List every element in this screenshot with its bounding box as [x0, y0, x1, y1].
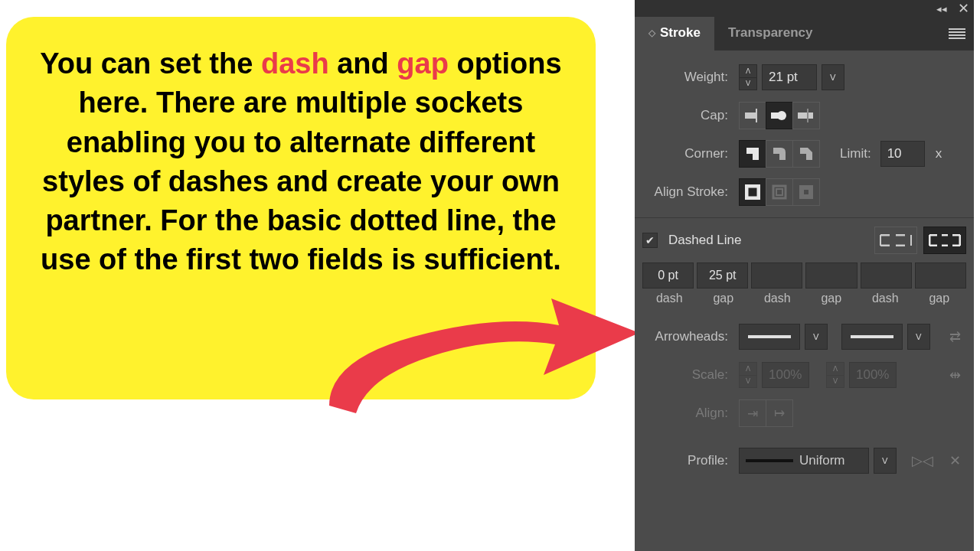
corner-round-icon [772, 146, 787, 161]
profile-dropdown[interactable]: ᐯ [874, 448, 897, 474]
flip-across-button[interactable]: ✕ [943, 452, 966, 469]
gap-input-2[interactable] [805, 262, 857, 289]
gap-sublabel: gap [805, 292, 859, 305]
cap-butt-icon [745, 109, 760, 122]
svg-point-3 [777, 111, 786, 120]
dash-sublabel: dash [858, 292, 913, 305]
dash-gap-sublabels: dash gap dash gap dash gap [642, 292, 966, 305]
link-scale-button: ⇹ [943, 367, 966, 383]
align-stroke-outside-button[interactable] [792, 178, 820, 206]
hamburger-icon [949, 28, 965, 39]
chevron-down-icon: ᐯ [830, 73, 836, 83]
align-extend-icon: ⇥ [747, 406, 758, 422]
align-stroke-label: Align Stroke: [642, 184, 734, 200]
align-stroke-center-icon [745, 184, 760, 200]
align-stroke-inside-icon [772, 184, 787, 200]
gap-sublabel: gap [913, 292, 967, 305]
gap-input-1[interactable]: 25 pt [697, 262, 748, 289]
align-stroke-inside-button[interactable] [766, 178, 793, 206]
dashed-line-checkbox[interactable]: ✔ [642, 233, 658, 248]
tab-stroke[interactable]: ◇ Stroke [635, 17, 714, 51]
svg-rect-0 [745, 112, 756, 119]
corner-label: Corner: [642, 146, 734, 161]
corner-miter-icon [745, 146, 760, 161]
tab-chevron-icon: ◇ [648, 31, 655, 35]
arrowhead-end-select[interactable] [841, 324, 903, 350]
callout-text: You can set the dash and gap options her… [31, 44, 571, 280]
align-stroke-center-button[interactable] [739, 178, 766, 206]
arrowheads-label: Arrowheads: [642, 329, 734, 344]
chevron-up-icon: ᐱ [740, 65, 756, 78]
collapse-icon[interactable]: ◂◂ [936, 3, 947, 15]
align-arrow-extend-button: ⇥ [739, 399, 766, 427]
corner-row: Corner: Limit: 10 x [642, 135, 966, 173]
close-icon[interactable]: ✕ [958, 0, 969, 17]
dash-align-corners-button[interactable] [923, 227, 966, 254]
chevron-down-icon: ᐯ [813, 332, 819, 342]
arrowhead-start-select[interactable] [739, 324, 800, 350]
svg-rect-4 [798, 112, 813, 119]
dash-input-3[interactable] [861, 262, 912, 289]
align-stroke-row: Align Stroke: [642, 173, 966, 211]
cap-row: Cap: [642, 96, 966, 135]
panel-tabs: ◇ Stroke Transparency [635, 17, 974, 51]
flip-along-button[interactable]: ▷◁ [911, 452, 934, 469]
weight-row: Weight: ᐱ ᐯ 21 pt ᐯ [642, 58, 966, 96]
cap-projecting-button[interactable] [792, 102, 820, 129]
weight-input[interactable]: 21 pt [762, 64, 817, 90]
arrowheads-row: Arrowheads: ᐯ ᐯ ⇄ [642, 318, 966, 356]
scale-input-1: 100% [762, 362, 809, 388]
cap-round-button[interactable] [766, 102, 793, 129]
chevron-down-icon: ᐯ [916, 332, 922, 342]
dash-align-group [874, 227, 966, 254]
dashed-line-label: Dashed Line [662, 233, 741, 248]
profile-value: Uniform [799, 453, 845, 468]
tab-stroke-label: Stroke [660, 25, 701, 41]
svg-rect-7 [773, 186, 786, 198]
scale-label: Scale: [642, 367, 734, 383]
tab-transparency[interactable]: Transparency [714, 17, 827, 51]
dash-exact-icon [880, 234, 912, 246]
corner-button-group [739, 140, 820, 168]
profile-select[interactable]: Uniform [739, 448, 869, 474]
gap-sublabel: gap [697, 292, 751, 305]
align-arrow-group: ⇥ ↦ [739, 399, 793, 427]
divider [635, 217, 974, 218]
align-arrow-tip-button: ↦ [766, 399, 793, 427]
svg-rect-1 [756, 109, 757, 122]
dash-preserve-exact-button[interactable] [874, 227, 917, 254]
cap-butt-button[interactable] [739, 102, 766, 129]
corner-miter-button[interactable] [739, 140, 766, 168]
limit-suffix: x [929, 146, 942, 161]
gap-input-3[interactable] [915, 262, 966, 289]
chevron-down-icon: ᐯ [740, 78, 756, 90]
dash-input-1[interactable]: 0 pt [642, 262, 694, 289]
svg-rect-8 [776, 189, 782, 195]
weight-stepper[interactable]: ᐱ ᐯ [739, 64, 757, 90]
arrowhead-start-dropdown[interactable]: ᐯ [805, 324, 828, 350]
tab-transparency-label: Transparency [728, 25, 813, 41]
svg-rect-9 [802, 187, 811, 197]
dash-gap-inputs: 0 pt 25 pt [642, 262, 966, 289]
align-arrow-row: Align: ⇥ ↦ [642, 394, 966, 432]
profile-label: Profile: [642, 453, 734, 468]
cap-round-icon [771, 109, 788, 122]
panel-top-controls: ◂◂ ✕ [635, 0, 974, 17]
swap-arrowheads-button[interactable]: ⇄ [943, 328, 966, 345]
profile-uniform-icon [746, 459, 793, 462]
corner-round-button[interactable] [766, 140, 793, 168]
panel-menu-button[interactable] [940, 17, 974, 51]
weight-dropdown[interactable]: ᐯ [822, 64, 844, 90]
scale-input-2: 100% [849, 362, 897, 388]
corner-bevel-button[interactable] [792, 140, 820, 168]
weight-label: Weight: [642, 70, 734, 85]
arrow-annotation [306, 283, 643, 429]
dash-input-2[interactable] [751, 262, 802, 289]
stroke-panel: ◂◂ ✕ ◇ Stroke Transparency Weight: ᐱ ᐯ 2… [635, 0, 974, 551]
limit-input[interactable]: 10 [880, 141, 925, 167]
cap-button-group [739, 102, 820, 129]
align-arrow-label: Align: [642, 406, 734, 421]
profile-row: Profile: Uniform ᐯ ▷◁ ✕ [642, 442, 966, 480]
svg-rect-5 [807, 109, 808, 122]
arrowhead-end-dropdown[interactable]: ᐯ [907, 324, 930, 350]
